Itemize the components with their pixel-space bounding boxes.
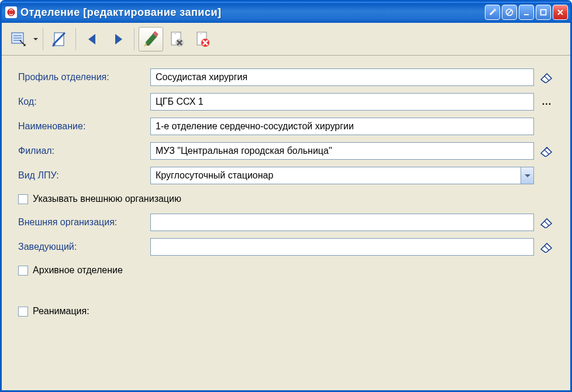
svg-rect-1 xyxy=(494,9,496,11)
row-external-org-check: Указывать внешнюю организацию xyxy=(17,191,555,207)
svg-rect-4 xyxy=(524,14,529,15)
form-panel: Профиль отделения: Код: ... Наименование… xyxy=(11,63,561,329)
close-button[interactable] xyxy=(553,5,568,20)
chevron-down-icon[interactable] xyxy=(521,167,533,184)
toolbar xyxy=(2,23,570,56)
label-branch: Филиал: xyxy=(17,146,150,156)
clear-profile-button[interactable] xyxy=(539,69,555,85)
clear-external-org-button[interactable] xyxy=(539,214,555,231)
row-branch: Филиал: xyxy=(17,142,555,160)
select-lpu-type-value: Круглосуточный стационар xyxy=(151,167,521,184)
label-head: Заведующий: xyxy=(17,242,150,252)
list-view-button[interactable] xyxy=(6,27,31,51)
input-name[interactable] xyxy=(150,118,534,135)
form-area: Профиль отделения: Код: ... Наименование… xyxy=(2,56,570,390)
row-code: Код: ... xyxy=(17,93,555,111)
row-archive-check: Архивное отделение xyxy=(17,263,555,278)
clear-head-button[interactable] xyxy=(539,239,555,255)
lookup-code-button[interactable]: ... xyxy=(539,94,555,110)
label-archive-check: Архивное отделение xyxy=(33,265,123,276)
row-reanimation-check: Реанимация: xyxy=(17,304,555,319)
input-code[interactable] xyxy=(150,93,534,111)
doc-cancel-button[interactable] xyxy=(190,27,215,51)
window: Отделение [редактирование записи] xyxy=(0,0,572,392)
toolbar-separator xyxy=(43,28,44,50)
nav-back-button[interactable] xyxy=(80,27,105,51)
app-icon xyxy=(5,6,17,18)
maximize-button[interactable] xyxy=(536,5,551,20)
gap xyxy=(17,285,555,304)
edit-doc-button[interactable] xyxy=(47,27,72,51)
titlebar-controls xyxy=(485,5,568,20)
help-button[interactable] xyxy=(502,5,517,20)
label-reanimation-check: Реанимация: xyxy=(33,306,89,317)
label-profile: Профиль отделения: xyxy=(17,72,150,82)
label-lpu-type: Вид ЛПУ: xyxy=(17,170,150,181)
list-view-dropdown[interactable] xyxy=(32,27,39,51)
svg-rect-5 xyxy=(541,10,546,15)
tool-button[interactable] xyxy=(485,5,500,20)
toolbar-separator xyxy=(75,28,77,50)
row-name: Наименование: xyxy=(17,118,555,135)
row-lpu-type: Вид ЛПУ: Круглосуточный стационар xyxy=(17,167,555,184)
input-external-org[interactable] xyxy=(150,214,534,231)
input-head[interactable] xyxy=(150,238,534,256)
nav-forward-button[interactable] xyxy=(106,27,130,51)
minimize-button[interactable] xyxy=(519,5,534,20)
checkbox-archive[interactable] xyxy=(18,266,28,276)
checkbox-external-org[interactable] xyxy=(18,194,28,204)
row-head: Заведующий: xyxy=(17,238,555,256)
toolbar-separator xyxy=(134,28,135,50)
titlebar: Отделение [редактирование записи] xyxy=(2,2,570,23)
svg-line-3 xyxy=(507,10,512,15)
row-profile: Профиль отделения: xyxy=(17,68,555,86)
input-branch[interactable] xyxy=(150,142,534,160)
label-code: Код: xyxy=(17,97,150,107)
input-profile[interactable] xyxy=(150,68,534,86)
select-lpu-type[interactable]: Круглосуточный стационар xyxy=(150,167,534,184)
row-external-org: Внешняя организация: xyxy=(17,214,555,231)
label-name: Наименование: xyxy=(17,121,150,132)
window-title: Отделение [редактирование записи] xyxy=(20,6,485,19)
checkbox-reanimation[interactable] xyxy=(18,307,28,317)
label-external-org-check: Указывать внешнюю организацию xyxy=(33,194,181,204)
pencil-button[interactable] xyxy=(139,27,163,51)
clear-branch-button[interactable] xyxy=(539,143,555,159)
label-external-org: Внешняя организация: xyxy=(17,217,150,228)
doc-delete-button[interactable] xyxy=(164,27,189,51)
